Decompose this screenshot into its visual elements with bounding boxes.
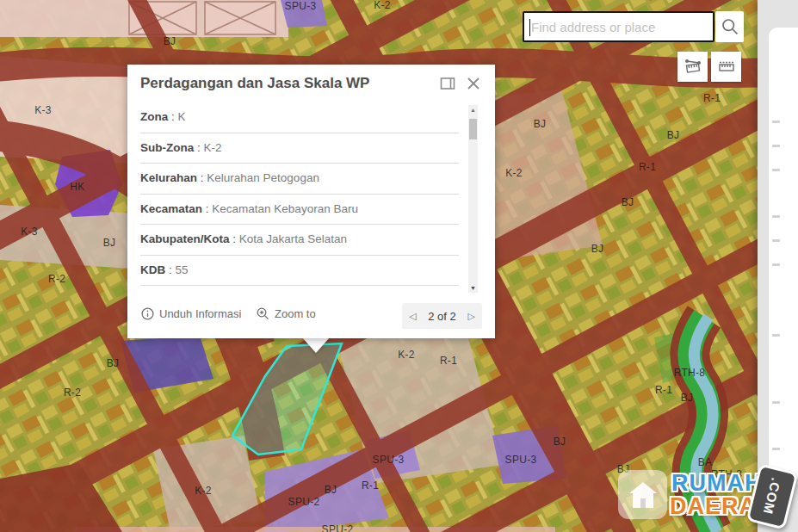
search-widget: [523, 11, 744, 42]
side-panel: [758, 0, 798, 532]
download-info-button[interactable]: Unduh Informasi: [141, 307, 241, 320]
popup-scrollbar[interactable]: ▲ ▼: [468, 105, 478, 293]
popup-title: Perdagangan dan Jasa Skala WP: [140, 75, 369, 92]
popup-field-row: KDB : 55: [140, 256, 459, 287]
page-indicator: 2 of 2: [428, 310, 456, 323]
zoom-to-label: Zoom to: [275, 307, 316, 320]
download-info-label: Unduh Informasi: [159, 307, 241, 320]
measure-area-button[interactable]: [677, 52, 708, 82]
zoom-to-button[interactable]: Zoom to: [257, 307, 316, 320]
measure-distance-button[interactable]: [711, 52, 741, 82]
scroll-down-icon[interactable]: ▼: [468, 285, 478, 291]
popup-attribute-list: Zona : KSub-Zona : K-2Kelurahan : Kelura…: [140, 102, 495, 293]
close-icon[interactable]: [466, 76, 481, 91]
maximize-icon[interactable]: [440, 76, 455, 91]
map-viewer: K-3BJSPU-3K-2HKK-3BJR-2BJR-2K-2SPU-2SPU-…: [0, 0, 798, 532]
zoom-to-icon: [257, 307, 269, 320]
popup-footer: Unduh Informasi Zoom to ◁ 2 of 2 ▷: [127, 294, 495, 338]
measure-distance-icon: [717, 58, 736, 77]
popup-field-row: Zona : K: [140, 102, 459, 133]
popup-field-row: KLB : 3.92: [140, 286, 459, 293]
feature-popup: Perdagangan dan Jasa Skala WP Zona : KSu…: [127, 65, 495, 338]
popup-field-row: Sub-Zona : K-2: [140, 133, 459, 164]
popup-field-row: Kabupaten/Kota : Kota Jakarta Selatan: [140, 225, 459, 256]
search-button[interactable]: [715, 11, 744, 42]
search-input[interactable]: [529, 15, 705, 39]
search-input-box[interactable]: [523, 11, 714, 42]
side-panel-card: [769, 28, 798, 479]
next-page-icon[interactable]: ▷: [468, 311, 475, 322]
measure-area-icon: [684, 58, 702, 77]
scrollbar-thumb[interactable]: [469, 119, 477, 139]
popup-callout-pointer: [302, 337, 330, 353]
info-icon: [141, 307, 154, 320]
search-icon: [721, 18, 739, 35]
popup-pagination: ◁ 2 of 2 ▷: [402, 303, 482, 329]
popup-field-row: Kecamatan : Kecamatan Kebayoran Baru: [140, 195, 459, 226]
popup-header: Perdagangan dan Jasa Skala WP: [127, 65, 495, 102]
popup-field-row: Kelurahan : Kelurahan Petogogan: [140, 164, 459, 195]
prev-page-icon[interactable]: ◁: [409, 311, 416, 322]
scroll-up-icon[interactable]: ▲: [468, 107, 478, 113]
